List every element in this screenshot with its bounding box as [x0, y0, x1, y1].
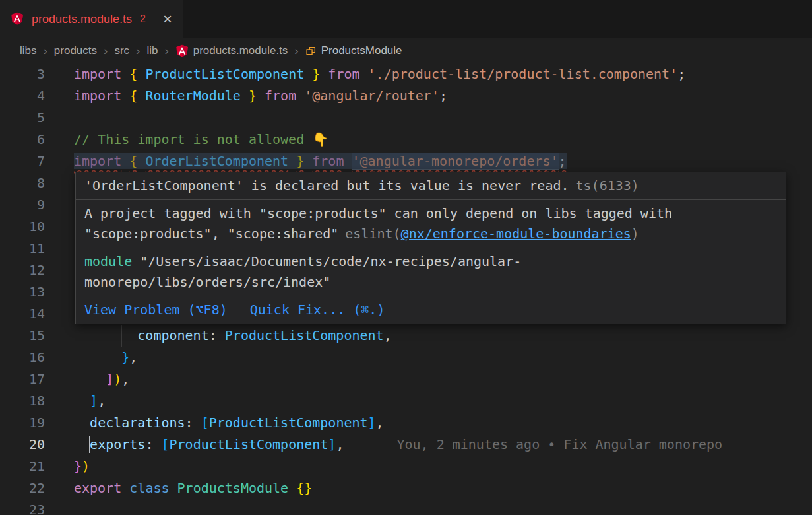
code-editor[interactable]: 3import { ProductListComponent } from '.…: [0, 63, 812, 515]
code-token: ): [113, 371, 121, 387]
tab-problems-badge: 2: [140, 13, 146, 25]
breadcrumb-label: lib: [146, 44, 158, 57]
code-line-content: import { OrderListComponent } from '@ang…: [74, 151, 812, 172]
angular-file-icon: [11, 12, 25, 26]
code-line[interactable]: 22export class ProductsModule {}: [0, 477, 812, 499]
breadcrumb-item-products[interactable]: products: [54, 44, 97, 57]
indent-guide: [90, 347, 90, 368]
code-token: }: [249, 88, 257, 104]
code-token: [241, 88, 249, 104]
code-token: ,: [129, 349, 137, 365]
code-line[interactable]: 21}): [0, 456, 812, 477]
hover-action-quick[interactable]: Quick Fix... (⌘.): [250, 300, 385, 320]
error-squiggle-highlight: import { OrderListComponent } from '@ang…: [74, 153, 567, 169]
code-token: {: [129, 66, 137, 82]
code-token: '@angular-monorepo/orders': [352, 153, 559, 169]
code-line[interactable]: 3import { ProductListComponent } from '.…: [0, 63, 812, 85]
code-line[interactable]: 20 exports: [ProductListComponent],You, …: [0, 434, 812, 456]
code-token: [170, 480, 177, 496]
module-keyword: module: [84, 254, 132, 269]
chevron-right-icon: ›: [136, 44, 140, 58]
line-number: 9: [0, 194, 45, 216]
code-token: [137, 66, 145, 82]
code-line[interactable]: 5: [0, 107, 812, 129]
module-info: module"/Users/isaac/Documents/code/nx-re…: [76, 248, 786, 296]
line-number: 22: [0, 477, 45, 499]
code-token: ,: [376, 415, 384, 430]
line-number: 20: [0, 434, 45, 456]
code-token: :: [209, 327, 225, 343]
code-token: ,: [98, 393, 106, 409]
code-token: ;: [559, 153, 567, 169]
code-line[interactable]: 15 component: ProductListComponent,: [0, 325, 812, 347]
code-token: [121, 88, 129, 104]
code-token: ,: [384, 327, 392, 343]
code-token: ;: [677, 66, 685, 82]
code-line[interactable]: 7import { OrderListComponent } from '@an…: [0, 151, 812, 172]
code-line[interactable]: 19 declarations: [ProductListComponent],: [0, 412, 812, 434]
breadcrumb-label: src: [114, 44, 129, 57]
code-token: 👇: [312, 131, 328, 147]
code-line-content: component: ProductListComponent,: [74, 325, 812, 347]
code-token: }: [74, 458, 82, 474]
code-token: [74, 436, 90, 452]
breadcrumb-item-lib[interactable]: lib: [146, 44, 158, 57]
code-token: ): [82, 458, 90, 474]
code-token: [296, 88, 304, 104]
indent-guide: [90, 325, 90, 347]
code-line[interactable]: 4import { RouterModule } from '@angular/…: [0, 85, 812, 107]
code-token: './product-list/product-list.component': [368, 66, 678, 82]
chevron-right-icon: ›: [164, 44, 168, 58]
line-number: 19: [0, 412, 45, 434]
line-number: 13: [0, 281, 45, 303]
eslint-text-line1: A project tagged with "scope:products" c…: [84, 205, 672, 221]
code-token: [344, 153, 352, 169]
line-number: 7: [0, 151, 45, 172]
line-number: 4: [0, 85, 45, 107]
code-token: {: [129, 153, 137, 169]
code-token: from: [265, 88, 296, 104]
tab-products-module[interactable]: products.module.ts 2 ×: [0, 0, 183, 38]
code-token: {}: [296, 480, 312, 496]
code-token: ProductListComponent: [209, 415, 368, 430]
code-token: ProductListComponent: [145, 66, 304, 82]
code-token: ProductListComponent: [170, 436, 328, 452]
line-number: 16: [0, 347, 45, 368]
breadcrumb-item-productsmodule[interactable]: ProductsModule: [305, 44, 402, 57]
indent-guide: [106, 325, 106, 347]
code-line[interactable]: 18 ],: [0, 390, 812, 412]
code-token: ,: [121, 371, 129, 387]
eslint-source-close: ): [631, 226, 639, 242]
module-path-line1: "/Users/isaac/Documents/code/nx-recipes/…: [140, 254, 521, 269]
code-line[interactable]: 23: [0, 499, 812, 515]
eslint-rule-link[interactable]: @nx/enforce-module-boundaries: [401, 226, 631, 242]
code-line-content: // This import is not allowed 👇: [74, 129, 812, 151]
code-token: ProductListComponent: [225, 327, 384, 343]
code-token: ]: [328, 436, 336, 452]
code-token: [121, 480, 129, 496]
code-token: [288, 480, 296, 496]
breadcrumb-item-src[interactable]: src: [114, 44, 129, 57]
ts-error-text: 'OrderListComponent' is declared but its…: [84, 178, 569, 193]
code-token: RouterModule: [145, 88, 241, 104]
code-token: [74, 349, 121, 365]
hover-actions: View Problem (⌥F8)Quick Fix... (⌘.): [76, 296, 786, 324]
code-token: [304, 66, 312, 82]
breadcrumb-item-products-module-ts[interactable]: products.module.ts: [175, 44, 288, 57]
code-line[interactable]: 16 },: [0, 347, 812, 368]
code-line[interactable]: 17 ]),: [0, 368, 812, 390]
close-icon[interactable]: ×: [163, 11, 172, 27]
code-line-content: export class ProductsModule {}: [74, 477, 812, 499]
code-line-content: }): [74, 456, 812, 477]
git-blame-annotation: You, 2 minutes ago • Fix Angular monorep…: [396, 436, 722, 452]
indent-guide: [106, 347, 106, 368]
hover-action-view[interactable]: View Problem (⌥F8): [84, 300, 228, 320]
code-line[interactable]: 6// This import is not allowed 👇: [0, 129, 812, 151]
hover-popup: 'OrderListComponent' is declared but its…: [75, 172, 786, 324]
breadcrumb-label: libs: [20, 44, 37, 57]
indent-guide: [121, 325, 122, 347]
code-token: :: [145, 436, 161, 452]
breadcrumb-item-libs[interactable]: libs: [20, 44, 37, 57]
code-token: [121, 153, 129, 169]
code-line-content: },: [74, 347, 812, 368]
